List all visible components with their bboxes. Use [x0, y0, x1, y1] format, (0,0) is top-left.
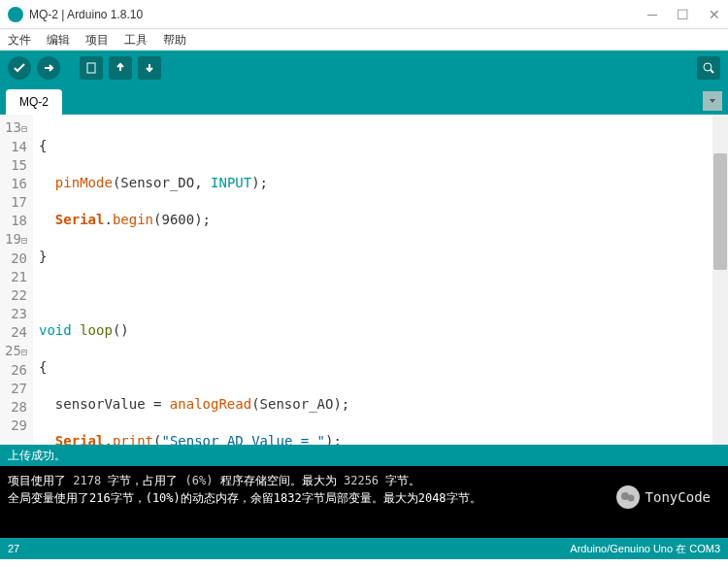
window-title: MQ-2 | Arduino 1.8.10: [29, 8, 647, 21]
maximize-button[interactable]: ☐: [677, 7, 689, 22]
menu-tools[interactable]: 工具: [120, 30, 151, 50]
upload-button[interactable]: [37, 56, 60, 80]
svg-rect-0: [87, 63, 95, 73]
line-gutter: 13⊟ 14 15 16 17 18 19⊟ 20 21 22 23 24 25…: [0, 115, 33, 445]
serial-monitor-button[interactable]: [697, 56, 720, 80]
code-editor[interactable]: 13⊟ 14 15 16 17 18 19⊟ 20 21 22 23 24 25…: [0, 115, 728, 445]
menu-project[interactable]: 项目: [82, 30, 113, 50]
window-titlebar: MQ-2 | Arduino 1.8.10 ─ ☐ ✕: [0, 0, 728, 29]
footer-bar: 27 Arduino/Genuino Uno 在 COM3: [0, 538, 728, 559]
svg-point-3: [627, 495, 634, 502]
footer-line-number: 27: [8, 543, 19, 554]
toolbar: [0, 50, 728, 85]
code-content[interactable]: { pinMode(Sensor_DO, INPUT); Serial.begi…: [33, 115, 728, 445]
menu-file[interactable]: 文件: [4, 30, 35, 50]
close-button[interactable]: ✕: [709, 7, 720, 22]
tab-menu-button[interactable]: [703, 91, 722, 111]
menu-edit[interactable]: 编辑: [43, 30, 74, 50]
save-sketch-button[interactable]: [138, 56, 161, 80]
verify-button[interactable]: [8, 56, 31, 80]
arduino-app-icon: [8, 7, 23, 22]
vertical-scrollbar[interactable]: [712, 115, 728, 445]
watermark: TonyCode: [616, 485, 711, 509]
console-output[interactable]: 项目使用了 2178 字节，占用了 (6%) 程序存储空间。最大为 32256 …: [0, 466, 728, 538]
upload-status: 上传成功。: [0, 445, 728, 466]
open-sketch-button[interactable]: [109, 56, 132, 80]
scrollbar-thumb[interactable]: [713, 153, 727, 270]
footer-board-info: Arduino/Genuino Uno 在 COM3: [570, 542, 720, 556]
tab-sketch[interactable]: MQ-2: [6, 89, 62, 115]
tab-bar: MQ-2: [0, 85, 728, 115]
wechat-icon: [616, 485, 640, 509]
svg-point-1: [704, 63, 711, 71]
new-sketch-button[interactable]: [80, 56, 103, 80]
minimize-button[interactable]: ─: [647, 7, 657, 22]
menu-bar: 文件 编辑 项目 工具 帮助: [0, 29, 728, 50]
menu-help[interactable]: 帮助: [159, 30, 190, 50]
